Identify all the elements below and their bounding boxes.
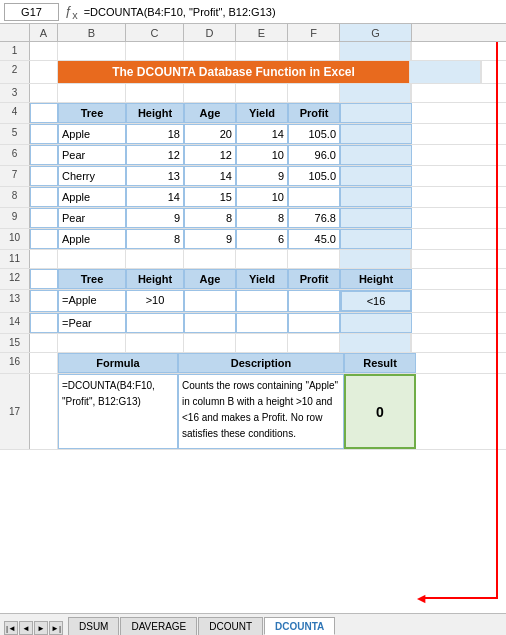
cell-d1[interactable] bbox=[184, 42, 236, 60]
cell-d5[interactable]: 20 bbox=[184, 124, 236, 144]
tab-dcount[interactable]: DCOUNT bbox=[198, 617, 263, 635]
cell-c8[interactable]: 14 bbox=[126, 187, 184, 207]
tab-nav-next[interactable]: ► bbox=[34, 621, 48, 635]
cell-f6[interactable]: 96.0 bbox=[288, 145, 340, 165]
cell-f8[interactable] bbox=[288, 187, 340, 207]
col-header-b[interactable]: B bbox=[58, 24, 126, 41]
cell-a3[interactable] bbox=[30, 84, 58, 102]
criteria-yield-header[interactable]: Yield bbox=[236, 269, 288, 289]
cell-c3[interactable] bbox=[126, 84, 184, 102]
cell-d10[interactable]: 9 bbox=[184, 229, 236, 249]
sheet-content: 1 2 The DCOUNTA Database Function in Exc… bbox=[0, 42, 506, 450]
cell-f1[interactable] bbox=[288, 42, 340, 60]
criteria-b13[interactable]: =Apple bbox=[58, 290, 126, 312]
cell-e5[interactable]: 14 bbox=[236, 124, 288, 144]
cell-e9[interactable]: 8 bbox=[236, 208, 288, 228]
cell-b7[interactable]: Cherry bbox=[58, 166, 126, 186]
cell-b8[interactable]: Apple bbox=[58, 187, 126, 207]
cell-g8[interactable] bbox=[340, 187, 412, 207]
cell-d7[interactable]: 14 bbox=[184, 166, 236, 186]
cell-e7[interactable]: 9 bbox=[236, 166, 288, 186]
tab-dcounta[interactable]: DCOUNTA bbox=[264, 617, 335, 635]
col-header-f[interactable]: F bbox=[288, 24, 340, 41]
cell-b9[interactable]: Pear bbox=[58, 208, 126, 228]
tab-dsum[interactable]: DSUM bbox=[68, 617, 119, 635]
col-header-d[interactable]: D bbox=[184, 24, 236, 41]
result-header: Result bbox=[344, 353, 416, 373]
cell-d9[interactable]: 8 bbox=[184, 208, 236, 228]
cell-a4[interactable] bbox=[30, 103, 58, 123]
cell-d4[interactable]: Age bbox=[184, 103, 236, 123]
cell-g6[interactable] bbox=[340, 145, 412, 165]
cell-e8[interactable]: 10 bbox=[236, 187, 288, 207]
formula-value-cell[interactable]: =DCOUNTA(B4:F10, "Profit", B12:G13) bbox=[58, 374, 178, 449]
criteria-b14[interactable]: =Pear bbox=[58, 313, 126, 333]
cell-f7[interactable]: 105.0 bbox=[288, 166, 340, 186]
cell-c9[interactable]: 9 bbox=[126, 208, 184, 228]
criteria-e13[interactable] bbox=[236, 290, 288, 312]
cell-a2[interactable] bbox=[30, 61, 58, 83]
row-1: 1 bbox=[0, 42, 506, 61]
cell-d3[interactable] bbox=[184, 84, 236, 102]
criteria-e14[interactable] bbox=[236, 313, 288, 333]
tab-nav-first[interactable]: |◄ bbox=[4, 621, 18, 635]
cell-f10[interactable]: 45.0 bbox=[288, 229, 340, 249]
col-header-c[interactable]: C bbox=[126, 24, 184, 41]
cell-e10[interactable]: 6 bbox=[236, 229, 288, 249]
cell-c10[interactable]: 8 bbox=[126, 229, 184, 249]
criteria-f14[interactable] bbox=[288, 313, 340, 333]
col-header-a[interactable]: A bbox=[30, 24, 58, 41]
cell-reference[interactable]: G17 bbox=[4, 3, 59, 21]
criteria-tree-header[interactable]: Tree bbox=[58, 269, 126, 289]
criteria-height-header[interactable]: Height bbox=[126, 269, 184, 289]
cell-a1[interactable] bbox=[30, 42, 58, 60]
tab-nav-last[interactable]: ►| bbox=[49, 621, 63, 635]
col-header-g[interactable]: G bbox=[340, 24, 412, 41]
cell-c5[interactable]: 18 bbox=[126, 124, 184, 144]
cell-e1[interactable] bbox=[236, 42, 288, 60]
tab-nav-prev[interactable]: ◄ bbox=[19, 621, 33, 635]
cell-f3[interactable] bbox=[288, 84, 340, 102]
cell-g4[interactable] bbox=[340, 103, 412, 123]
cell-c4[interactable]: Height bbox=[126, 103, 184, 123]
cell-e3[interactable] bbox=[236, 84, 288, 102]
cell-b4[interactable]: Tree bbox=[58, 103, 126, 123]
criteria-g13[interactable]: <16 bbox=[340, 290, 412, 312]
cell-b10[interactable]: Apple bbox=[58, 229, 126, 249]
criteria-d13[interactable] bbox=[184, 290, 236, 312]
criteria-age-header[interactable]: Age bbox=[184, 269, 236, 289]
cell-b5[interactable]: Apple bbox=[58, 124, 126, 144]
cell-f4[interactable]: Profit bbox=[288, 103, 340, 123]
cell-d8[interactable]: 15 bbox=[184, 187, 236, 207]
criteria-d14[interactable] bbox=[184, 313, 236, 333]
cell-c6[interactable]: 12 bbox=[126, 145, 184, 165]
criteria-f13[interactable] bbox=[288, 290, 340, 312]
cell-b3[interactable] bbox=[58, 84, 126, 102]
cell-g7[interactable] bbox=[340, 166, 412, 186]
cell-g10[interactable] bbox=[340, 229, 412, 249]
cell-b1[interactable] bbox=[58, 42, 126, 60]
cell-b6[interactable]: Pear bbox=[58, 145, 126, 165]
criteria-height2-header[interactable]: Height bbox=[340, 269, 412, 289]
cell-c7[interactable]: 13 bbox=[126, 166, 184, 186]
col-header-e[interactable]: E bbox=[236, 24, 288, 41]
row-4: 4 Tree Height Age Yield Profit bbox=[0, 103, 506, 124]
cell-f9[interactable]: 76.8 bbox=[288, 208, 340, 228]
criteria-c14[interactable] bbox=[126, 313, 184, 333]
cell-g1[interactable] bbox=[340, 42, 412, 60]
row-14: 14 =Pear bbox=[0, 313, 506, 334]
formula-content: =DCOUNTA(B4:F10, "Profit", B12:G13) bbox=[84, 6, 502, 18]
criteria-g14[interactable] bbox=[340, 313, 412, 333]
cell-e4[interactable]: Yield bbox=[236, 103, 288, 123]
cell-g5[interactable] bbox=[340, 124, 412, 144]
cell-g3[interactable] bbox=[340, 84, 412, 102]
cell-g9[interactable] bbox=[340, 208, 412, 228]
cell-e6[interactable]: 10 bbox=[236, 145, 288, 165]
cell-d6[interactable]: 12 bbox=[184, 145, 236, 165]
cell-c1[interactable] bbox=[126, 42, 184, 60]
criteria-profit-header[interactable]: Profit bbox=[288, 269, 340, 289]
tab-daverage[interactable]: DAVERAGE bbox=[120, 617, 197, 635]
criteria-c13[interactable]: >10 bbox=[126, 290, 184, 312]
cell-f5[interactable]: 105.0 bbox=[288, 124, 340, 144]
cell-g2[interactable] bbox=[410, 61, 482, 83]
